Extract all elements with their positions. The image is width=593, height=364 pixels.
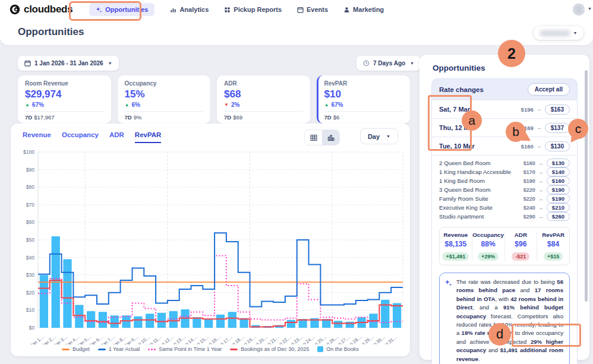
kpi-label: ADR [224, 80, 303, 87]
divider [224, 111, 303, 112]
kpi-card-adr[interactable]: ADR$68▼2%7D$69 [217, 75, 310, 124]
avatar-chevron-down-icon[interactable]: ▼ [588, 7, 592, 11]
metric-delta-badge: +29% [478, 252, 499, 261]
date-range-selector[interactable]: 1 Jan 2026 - 31 Jan 2026 ▼ [18, 56, 119, 71]
legend-line-swatch [98, 349, 106, 350]
kpi-change: ▼2% [224, 102, 303, 108]
chevron-down-icon: ▼ [573, 31, 578, 35]
chart-tab-revpar[interactable]: RevPAR [135, 131, 162, 143]
kpi-change: ▲67% [25, 102, 104, 108]
svg-text:$0: $0 [29, 325, 35, 331]
legend-dot [148, 349, 150, 350]
metric-value: $8,135 [440, 240, 472, 248]
cloudbeds-logo[interactable]: cloudbeds [10, 4, 72, 15]
annotation-step-2: 2 [498, 40, 525, 67]
arrow-right-icon: → [538, 187, 544, 193]
chart-view-button[interactable] [322, 130, 339, 145]
compare-period-selector[interactable]: 7 Days Ago ▼ [357, 56, 421, 71]
room-rate-row: Studio Apartment$290→$260 [439, 212, 570, 221]
rate-change-prices: $160→$130 [521, 141, 570, 151]
new-price-pill[interactable]: $140 [547, 167, 570, 176]
kpi-change-value: 6% [131, 102, 140, 108]
svg-text:$100: $100 [23, 149, 34, 155]
nav-item-marketing[interactable]: Marketing [343, 3, 384, 16]
room-prices: $170→$140 [523, 167, 570, 176]
metric-value: 88% [472, 240, 504, 248]
granularity-selector[interactable]: Day ▼ [360, 128, 398, 144]
annotation-a: a [462, 110, 482, 131]
chart-tab-revenue[interactable]: Revenue [23, 131, 51, 143]
old-price: $190 [523, 178, 535, 184]
chart-tab-adr[interactable]: ADR [109, 131, 124, 143]
metric-delta-badge: +$1,491 [442, 252, 469, 261]
new-price-pill[interactable]: $210 [547, 203, 570, 212]
room-prices: $290→$260 [523, 212, 570, 221]
new-price-pill[interactable]: $137 [545, 123, 570, 133]
chart-tab-occupancy[interactable]: Occupancy [62, 131, 99, 143]
room-rate-row: 2 Queen Bed Room$160→$130 [439, 159, 570, 167]
room-name: 1 King Handicap Accessible [439, 169, 511, 175]
new-price-pill[interactable]: $130 [545, 141, 570, 151]
kpi-change-value: 67% [331, 102, 343, 108]
room-prices: $160→$130 [523, 159, 570, 167]
kpi-label: RevPAR [324, 80, 403, 87]
nav-item-pickup-reports[interactable]: Pickup Reports [224, 3, 282, 16]
old-price: $160 [521, 143, 534, 150]
annotation-box-nav [69, 1, 141, 21]
kpi-card-revpar[interactable]: RevPAR$10▲67%7D$6 [317, 75, 411, 124]
room-name: Executive King Suite [439, 204, 493, 211]
new-price-pill[interactable]: $160 [547, 176, 570, 185]
old-price: $170 [523, 169, 535, 175]
new-price-pill[interactable]: $130 [547, 159, 570, 167]
svg-text:$20: $20 [26, 290, 34, 296]
metric-value: $84 [537, 240, 569, 248]
chevron-down-icon: ▼ [108, 61, 112, 65]
legend-dots-swatch [148, 349, 156, 350]
table-view-button[interactable] [305, 130, 322, 145]
page-title: Opportunities [18, 19, 84, 45]
divider [125, 111, 204, 112]
nav-item-label: Events [307, 6, 328, 13]
kpi-value: $29,974 [25, 88, 104, 100]
arrow-right-icon: → [538, 205, 544, 211]
panel-scrollbar[interactable] [585, 70, 588, 302]
room-rate-row: 1 King Handicap Accessible$170→$140 [439, 167, 570, 176]
new-price-pill[interactable]: $260 [547, 212, 570, 221]
table-icon [310, 134, 317, 141]
kpi-prev-amount: $6 [333, 114, 340, 121]
kpi-prev-label: 7D [324, 114, 332, 121]
annotation-b: b [506, 122, 526, 142]
kpi-change: ▲67% [324, 102, 403, 108]
new-price-pill[interactable]: $190 [547, 194, 570, 203]
new-price-pill[interactable]: $190 [547, 185, 570, 194]
kpi-card-room-revenue[interactable]: Room Revenue$29,974▲67%7D$17,967 [18, 75, 111, 124]
svg-text:$30: $30 [26, 272, 34, 278]
metric-revpar: RevPAR$84+$15 [537, 232, 569, 261]
svg-text:$90: $90 [26, 167, 34, 173]
kpi-prev-label: 7D [125, 114, 132, 121]
revpar-chart[interactable]: $0$10$20$30$40$50$60$70$80$90$100Jan 1,.… [17, 148, 409, 344]
kpi-card-occupancy[interactable]: Occupancy15%▲6%7D9% [118, 75, 211, 124]
divider [25, 111, 104, 112]
nav-item-events[interactable]: Events [297, 3, 328, 16]
chart-metric-tabs: RevenueOccupancyADRRevPAR [23, 131, 161, 143]
old-price: $220 [523, 196, 535, 202]
user-avatar[interactable] [573, 4, 585, 15]
property-selector[interactable]: ▼ [534, 26, 583, 40]
arrow-right-icon: → [537, 143, 542, 149]
calendar-icon [24, 60, 31, 67]
annotation-box-actions [512, 324, 581, 347]
room-name: Family Room Suite [439, 195, 488, 202]
arrow-right-icon: → [537, 125, 542, 131]
room-name: 1 King Bed Room [439, 178, 485, 184]
old-price: $220 [523, 187, 535, 193]
ai-sparkle-icon [444, 278, 452, 363]
arrow-right-icon: → [538, 214, 544, 220]
kpi-value: 15% [125, 88, 204, 100]
new-price-pill[interactable]: $163 [545, 105, 570, 115]
nav-item-analytics[interactable]: Analytics [170, 3, 209, 16]
chevron-down-icon: ▼ [410, 61, 414, 65]
accept-all-button[interactable]: Accept all [528, 83, 570, 96]
nav-item-label: Pickup Reports [234, 6, 282, 13]
rate-changes-title: Rate changes [439, 86, 484, 93]
